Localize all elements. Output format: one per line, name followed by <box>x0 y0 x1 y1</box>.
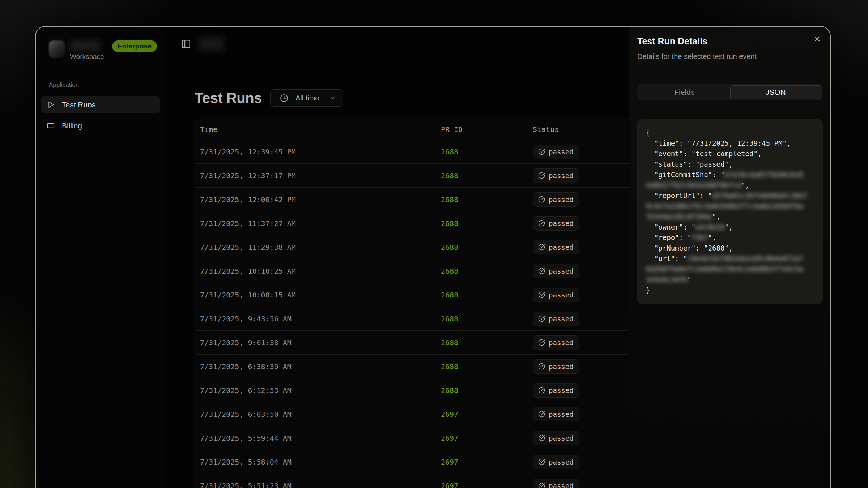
json-line: } <box>646 285 814 295</box>
json-line: "reportUrl": "d2f8a61c3b7e9d40a5c18e7 <box>646 191 814 201</box>
status-badge: passed <box>533 288 579 302</box>
status-label: passed <box>549 196 574 204</box>
table-row[interactable]: 7/31/2025, 9:01:38 AM2688passed <box>195 331 630 355</box>
cell-time: 7/31/2025, 11:29:38 AM <box>195 243 436 252</box>
status-label: passed <box>549 291 574 299</box>
cell-time: 7/31/2025, 9:01:38 AM <box>195 338 436 347</box>
json-line: "event": "test_completed", <box>646 149 814 159</box>
pr-link[interactable]: 2688 <box>441 219 458 228</box>
sidebar-toggle-button[interactable] <box>181 39 191 49</box>
chevron-down-icon <box>329 95 336 101</box>
status-label: passed <box>549 219 574 227</box>
pr-link[interactable]: 2688 <box>441 195 458 204</box>
circle-check-icon <box>538 411 545 418</box>
cell-pr-id: 2688 <box>436 219 528 228</box>
cell-pr-id: 2688 <box>436 195 528 204</box>
header-title-redacted <box>199 37 224 51</box>
table-row[interactable]: 7/31/2025, 5:51:23 AM2697passed <box>195 474 630 488</box>
close-button[interactable] <box>813 35 821 43</box>
workspace-name-redacted <box>70 40 100 51</box>
tab-json[interactable]: JSON <box>730 85 822 99</box>
redacted-text: c9e4a7d2f8b3e6a1d5c0b4e8f2a7 <box>687 254 803 262</box>
json-line: 4a8d1f7b2c9e5a3d8f0b7c4", <box>646 180 814 191</box>
json-line: "repo": "f3b7", <box>646 232 814 243</box>
cell-status: passed <box>528 312 630 326</box>
credit-card-icon <box>47 122 55 129</box>
table-row[interactable]: 7/31/2025, 12:37:17 PM2688passed <box>195 164 630 188</box>
table-row[interactable]: 7/31/2025, 6:03:50 AM2697passed <box>195 402 630 426</box>
cell-pr-id: 2688 <box>436 243 528 252</box>
pr-link[interactable]: 2688 <box>441 314 458 323</box>
cell-time: 7/31/2025, 5:59:44 AM <box>195 434 436 442</box>
status-badge: passed <box>533 383 579 398</box>
table-row[interactable]: 7/31/2025, 9:43:56 AM2688passed <box>195 307 630 331</box>
cell-pr-id: 2688 <box>436 147 528 156</box>
redacted-text: 7b3e9a1d5c8f2b6e <box>646 213 712 221</box>
table-row[interactable]: 7/31/2025, 12:06:42 PM2688passed <box>195 188 630 211</box>
workspace-logo <box>49 40 65 58</box>
status-label: passed <box>549 363 574 371</box>
workspace-switcher[interactable]: Workspace Enterprise <box>49 40 157 61</box>
cell-time: 7/31/2025, 5:58:04 AM <box>195 458 436 466</box>
clock-icon <box>280 94 288 102</box>
cell-status: passed <box>528 240 630 254</box>
json-line: "owner": "a4c8e2d", <box>646 222 814 232</box>
pr-link[interactable]: 2688 <box>441 338 458 347</box>
pr-link[interactable]: 2688 <box>441 386 458 395</box>
circle-check-icon <box>538 291 545 298</box>
table-row[interactable]: 7/31/2025, 5:59:44 AM2697passed <box>195 426 630 450</box>
json-line: 6d2b8f4a0e7c3a9d5b1f8e4c2a6d0b3f7e9c5a <box>646 264 814 274</box>
json-line: "prNumber": "2688", <box>646 243 814 253</box>
pr-link[interactable]: 2688 <box>441 291 458 299</box>
status-badge: passed <box>533 431 579 445</box>
cell-pr-id: 2688 <box>436 362 528 371</box>
table-body: 7/31/2025, 12:39:45 PM2688passed7/31/202… <box>195 140 630 488</box>
cell-time: 7/31/2025, 6:12:53 AM <box>195 386 436 395</box>
status-label: passed <box>549 315 574 323</box>
redacted-text: 1e5a9c3d7b <box>646 275 687 283</box>
table-row[interactable]: 7/31/2025, 12:39:45 PM2688passed <box>195 140 630 164</box>
pr-link[interactable]: 2688 <box>441 362 458 371</box>
pr-link[interactable]: 2688 <box>441 267 458 275</box>
cell-pr-id: 2688 <box>436 291 528 299</box>
sidebar-item-test-runs[interactable]: Test Runs <box>41 96 160 113</box>
pr-link[interactable]: 2697 <box>441 410 458 419</box>
pr-link[interactable]: 2697 <box>441 434 458 442</box>
status-label: passed <box>549 148 574 156</box>
main-body: Test Runs All time Time PR ID Status 7/3… <box>165 61 629 488</box>
workspace-label: Workspace <box>70 53 104 61</box>
sidebar-item-billing[interactable]: Billing <box>41 117 160 134</box>
table-row[interactable]: 7/31/2025, 10:10:25 AM2688passed <box>195 259 630 283</box>
redacted-text: a4c8e2d <box>695 223 724 231</box>
cell-status: passed <box>528 168 630 183</box>
table-row[interactable]: 7/31/2025, 11:29:38 AM2688passed <box>195 235 630 259</box>
status-label: passed <box>549 434 574 442</box>
pr-link[interactable]: 2697 <box>441 458 458 466</box>
details-panel: Test Run Details Details for the selecte… <box>629 27 830 488</box>
nav-section-label: Application <box>49 81 157 89</box>
json-line: "url": "c9e4a7d2f8b3e6a1d5c0b4e8f2a7 <box>646 253 814 264</box>
table-row[interactable]: 7/31/2025, 11:37:27 AM2688passed <box>195 211 630 235</box>
pr-link[interactable]: 2697 <box>441 481 458 488</box>
table-row[interactable]: 7/31/2025, 6:38:39 AM2688passed <box>195 355 630 378</box>
time-filter-dropdown[interactable]: All time <box>270 89 344 107</box>
cell-status: passed <box>528 288 630 302</box>
circle-check-icon <box>538 172 545 179</box>
cell-status: passed <box>528 192 630 207</box>
table-row[interactable]: 7/31/2025, 5:58:04 AM2697passed <box>195 450 630 474</box>
tab-fields[interactable]: Fields <box>639 85 730 99</box>
circle-check-icon <box>538 339 545 346</box>
pr-link[interactable]: 2688 <box>441 243 458 252</box>
cell-status: passed <box>528 359 630 374</box>
status-badge: passed <box>533 145 579 159</box>
cell-pr-id: 2688 <box>436 267 528 275</box>
cell-status: passed <box>528 479 630 488</box>
cell-time: 7/31/2025, 9:43:56 AM <box>195 314 436 323</box>
table-row[interactable]: 7/31/2025, 10:08:15 AM2688passed <box>195 283 630 307</box>
time-filter-value: All time <box>295 94 319 102</box>
pr-link[interactable]: 2688 <box>441 147 458 156</box>
column-header-pr-id: PR ID <box>436 125 528 134</box>
cell-status: passed <box>528 431 630 445</box>
table-row[interactable]: 7/31/2025, 6:12:53 AM2688passed <box>195 378 630 402</box>
pr-link[interactable]: 2688 <box>441 171 458 180</box>
